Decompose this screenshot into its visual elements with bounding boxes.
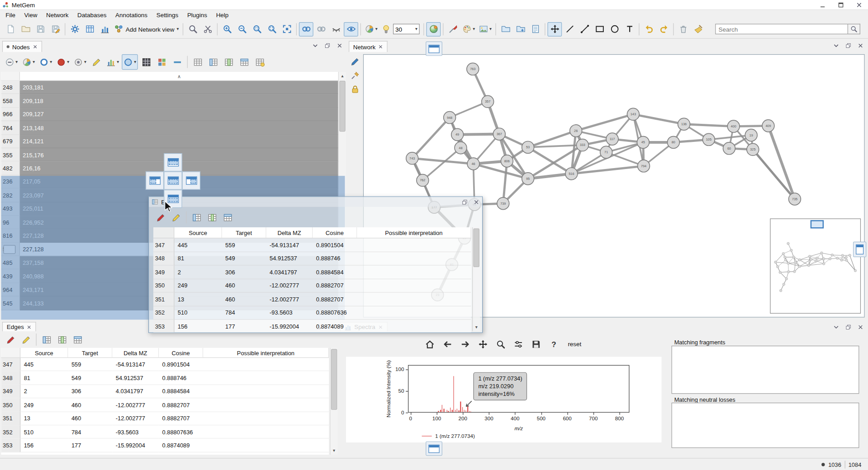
dock-indicator-top-edge[interactable]: [426, 42, 442, 56]
toolbar-draw-circle-button[interactable]: [607, 22, 622, 36]
nodes-dock-menu-button[interactable]: [311, 42, 319, 50]
edges-toolbar-show-columns-button[interactable]: [39, 333, 54, 347]
floating-edges-header-delta-mz[interactable]: Delta MZ: [266, 227, 313, 238]
network-edge[interactable]: [412, 118, 450, 158]
edges-table-row[interactable]: 350249460-12.0027770.8882707: [1, 398, 329, 412]
floating-edges-header-target[interactable]: Target: [222, 227, 266, 238]
toolbar-node-scale-combo[interactable]: 30▾: [393, 24, 420, 34]
nodes-dock-float-button[interactable]: [323, 42, 332, 50]
floating-edges-table-row[interactable]: 350249460-12.0027770.8882707: [153, 279, 471, 292]
dock-indicator-right-edge[interactable]: [853, 242, 866, 257]
network-dock-close-button[interactable]: [856, 42, 864, 50]
floating-edges-window[interactable]: Edges SourceTargetDelta MZCosinePossible…: [148, 196, 483, 333]
floating-vertical-scrollbar[interactable]: ▼: [472, 227, 480, 331]
floating-float-button[interactable]: [460, 198, 469, 206]
toolbar-zoom-in-button[interactable]: [220, 22, 234, 36]
network-edge[interactable]: [753, 150, 795, 199]
minimize-button[interactable]: [813, 0, 831, 10]
edges-header-target[interactable]: Target: [68, 348, 113, 357]
menu-item-view[interactable]: View: [20, 10, 42, 19]
toolbar-draw-line-button[interactable]: [563, 22, 577, 36]
nodes-toolbar-restore-layout-button[interactable]: [237, 54, 251, 70]
spectra-toolbar-save-figure-button[interactable]: [530, 338, 543, 351]
edges-header-possible-interpretation[interactable]: Possible interpretation: [203, 348, 329, 357]
toolbar-delete-button[interactable]: [676, 22, 690, 36]
toolbar-add-network-view-button[interactable]: Add Network view▾: [112, 22, 180, 36]
nodes-toolbar-delete-columns-button[interactable]: [170, 54, 185, 70]
network-toolbar-edit-annotations-button[interactable]: [349, 55, 361, 67]
floating-edges-table-row[interactable]: 34923064.03417970.8884584: [153, 265, 471, 279]
menu-item-databases[interactable]: Databases: [73, 10, 111, 19]
toolbar-color-palette-button[interactable]: ▾: [460, 22, 477, 36]
spectra-toolbar-forward-button[interactable]: [459, 338, 472, 351]
spectra-toolbar-home-button[interactable]: [423, 338, 436, 351]
network-edge[interactable]: [422, 148, 460, 180]
close-button[interactable]: [850, 0, 868, 10]
nodes-toolbar-freeze-columns-button[interactable]: [190, 54, 205, 70]
toolbar-link-nodes-selection-button[interactable]: [299, 22, 313, 36]
toolbar-open-databases-button[interactable]: [498, 22, 513, 36]
edges-toolbar-restore-layout-button[interactable]: [70, 333, 85, 347]
dock-indicator-right[interactable]: [182, 171, 200, 189]
toolbar-import-group-mapping-button[interactable]: [97, 22, 112, 36]
toolbar-redo-button[interactable]: [657, 22, 671, 36]
floating-edges-header-possible-interpretation[interactable]: Possible interpretation: [357, 227, 471, 238]
floating-edges-table-row[interactable]: 353156177-15.9920040.8874089: [153, 320, 471, 332]
matching-neutral-losses-box[interactable]: [672, 403, 859, 448]
spectra-dock-menu-button[interactable]: [832, 323, 840, 331]
floating-edges-header-source[interactable]: Source: [175, 227, 222, 238]
menu-item-network[interactable]: Network: [42, 10, 73, 19]
edges-table-row[interactable]: 353156177-15.9920040.8874089: [1, 439, 329, 452]
toolbar-add-database-button[interactable]: [513, 22, 528, 36]
network-edge[interactable]: [684, 124, 734, 127]
toolbar-clean-button[interactable]: [691, 22, 705, 36]
dock-indicator-center[interactable]: [164, 171, 182, 189]
floating-toolbar-restore-layout-button[interactable]: [220, 210, 235, 225]
nodes-table-row[interactable]: 764213,148: [1, 121, 338, 135]
network-toolbar-pin-view-button[interactable]: [349, 69, 361, 81]
floating-edges-table-row[interactable]: 347445559-54.9131470.8901504: [153, 238, 471, 252]
tab-close-icon[interactable]: [33, 44, 38, 49]
toolbar-view-database-spectra-button[interactable]: [528, 22, 543, 36]
toolbar-map-feature-button[interactable]: [446, 22, 460, 36]
nodes-toolbar-sync-selection-button[interactable]: [222, 54, 236, 70]
toolbar-hide-items-button[interactable]: [329, 22, 343, 36]
nodes-table-row[interactable]: 248203,181: [1, 81, 338, 94]
tab-close-icon[interactable]: [378, 44, 383, 49]
toolbar-show-items-button[interactable]: [344, 22, 358, 36]
toolbar-export-image-button[interactable]: ▾: [477, 22, 493, 36]
floating-toolbar-show-columns-button[interactable]: [190, 210, 204, 225]
toolbar-find-button[interactable]: [185, 22, 200, 36]
network-edge[interactable]: [528, 147, 571, 174]
toolbar-zoom-selection-button[interactable]: [250, 22, 264, 36]
nodes-toolbar-cluster-options-button[interactable]: ▾: [72, 54, 88, 70]
spectra-toolbar-help-button[interactable]: [547, 338, 560, 351]
nodes-toolbar-highlight-yellow-button[interactable]: [89, 54, 104, 70]
nodes-toolbar-color-mapping-button[interactable]: [155, 54, 169, 70]
network-dock-menu-button[interactable]: [832, 42, 840, 50]
spectra-toolbar-configure-plot-button[interactable]: [512, 338, 525, 351]
floating-close-button[interactable]: [472, 198, 480, 206]
toolbar-undo-button[interactable]: [642, 22, 656, 36]
toolbar-open-project-button[interactable]: [18, 22, 33, 36]
nodes-toolbar-view-standards-button[interactable]: ▾: [122, 54, 138, 70]
scroll-up-icon[interactable]: ▲: [339, 72, 346, 80]
dock-indicator-left[interactable]: [146, 171, 164, 189]
floating-toolbar-sync-selection-button[interactable]: [205, 210, 219, 225]
search-input[interactable]: [715, 24, 848, 34]
nodes-toolbar-compute-table-button[interactable]: [139, 54, 153, 70]
toolbar-draw-arrow-button[interactable]: [578, 22, 592, 36]
toolbar-save-project-button[interactable]: [33, 22, 47, 36]
toolbar-link-views-button[interactable]: [314, 22, 328, 36]
dock-indicator-bottom-edge[interactable]: [426, 442, 442, 456]
toolbar-draw-text-button[interactable]: [622, 22, 637, 36]
nodes-toolbar-pie-color-button[interactable]: ▾: [20, 54, 37, 70]
toolbar-zoom-out-button[interactable]: [235, 22, 249, 36]
toolbar-pie-charts-visibility-button[interactable]: ▾: [363, 22, 379, 36]
edges-toolbar-highlight-yellow-button[interactable]: [19, 333, 33, 347]
scrollbar-thumb[interactable]: [331, 349, 337, 410]
dock-indicator-up[interactable]: [164, 153, 182, 171]
menu-item-file[interactable]: File: [1, 10, 19, 19]
tab-close-icon[interactable]: [27, 324, 32, 329]
nodes-toolbar-save-layout-button[interactable]: [252, 54, 267, 70]
